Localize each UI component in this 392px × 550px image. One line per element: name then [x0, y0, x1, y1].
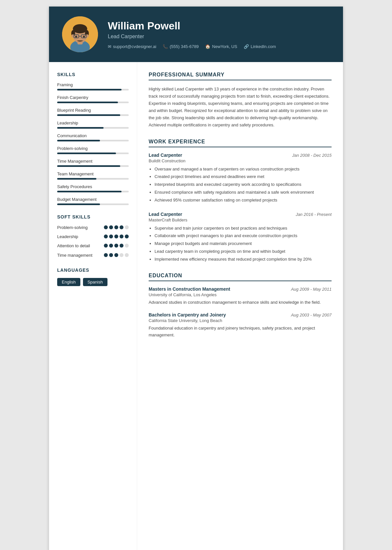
skill-bar: [57, 89, 129, 90]
job-header: Lead Carpenter Jan 2016 - Present: [149, 212, 332, 217]
job-company: MasterCraft Builders: [149, 218, 332, 222]
dot: [109, 244, 113, 248]
skill-fill: [57, 178, 96, 180]
skill-item: Leadership: [57, 121, 129, 129]
resume-container: William Powell Lead Carpenter ✉support@c…: [49, 7, 343, 550]
skill-item: Communication: [57, 133, 129, 141]
edu-degree: Bachelors in Carpentry and Joinery: [149, 312, 226, 317]
dot: [125, 225, 129, 229]
bullet: Achieved 95% customer satisfaction ratin…: [155, 197, 332, 204]
job-dates: Jan 2016 - Present: [296, 212, 332, 217]
language-tag: Spanish: [83, 278, 107, 286]
experience-title: WORK EXPERIENCE: [149, 139, 332, 147]
edu-desc: Advanced studies in construction managem…: [149, 299, 332, 306]
job-bullets: Oversaw and managed a team of carpenters…: [149, 166, 332, 204]
skill-fill: [57, 89, 122, 90]
dot: [104, 235, 108, 238]
job-bullets: Supervise and train junior carpenters on…: [149, 225, 332, 263]
education-list: Masters in Construction Management Aug 2…: [149, 286, 332, 339]
dot: [114, 253, 118, 257]
skill-fill: [57, 165, 120, 167]
dot: [114, 244, 118, 248]
bullet: Ensured compliance with safety regulatio…: [155, 189, 332, 196]
job-item: Lead Carpenter Jan 2016 - Present Master…: [149, 212, 332, 263]
contact-list: ✉support@cvdesigner.ai📞(555) 345-6789🏠Ne…: [108, 44, 330, 49]
skill-name: Time Management: [57, 159, 129, 164]
skill-fill: [57, 102, 118, 103]
language-tags: EnglishSpanish: [57, 278, 129, 286]
skill-bar: [57, 165, 129, 167]
soft-skills-list: Problem-solving Leadership Attention to …: [57, 225, 129, 258]
header: William Powell Lead Carpenter ✉support@c…: [49, 7, 343, 62]
dot: [109, 253, 113, 257]
dot: [109, 225, 113, 229]
soft-skill-name: Time management: [57, 252, 101, 258]
dot: [125, 253, 129, 257]
bullet: Oversaw and managed a team of carpenters…: [155, 166, 332, 173]
edu-degree: Masters in Construction Management: [149, 286, 230, 292]
dot: [125, 244, 129, 248]
main-content: PROFESSIONAL SUMMARY Highly skilled Lead…: [137, 62, 343, 550]
skill-fill: [57, 153, 116, 154]
skill-fill: [57, 127, 104, 129]
skill-name: Problem-solving: [57, 146, 129, 151]
edu-dates: Aug 2009 - May 2011: [291, 287, 332, 292]
job-dates: Jan 2008 - Dec 2015: [292, 153, 332, 158]
job-title: Lead Carpenter: [149, 212, 182, 217]
skill-fill: [57, 203, 100, 205]
person-name: William Powell: [108, 20, 330, 32]
soft-skill-name: Attention to detail: [57, 243, 101, 249]
skill-fill: [57, 191, 122, 192]
skill-item: Time Management: [57, 159, 129, 167]
dot: [120, 253, 123, 257]
soft-skill-name: Problem-solving: [57, 225, 101, 231]
dot: [104, 244, 108, 248]
soft-skill-item: Time management: [57, 252, 129, 258]
contact-email: ✉support@cvdesigner.ai: [108, 44, 156, 49]
skill-item: Budget Management: [57, 197, 129, 205]
job-item: Lead Carpenter Jan 2008 - Dec 2015 Build…: [149, 153, 332, 204]
linkedin-text: LinkedIn.com: [251, 44, 276, 49]
job-title: Lead Carpenter: [149, 153, 182, 158]
skill-bar: [57, 191, 129, 192]
edu-header: Masters in Construction Management Aug 2…: [149, 286, 332, 292]
dots: [104, 244, 129, 248]
dot: [125, 235, 129, 238]
sidebar: SKILLS Framing Finish Carpentry Blueprin…: [49, 62, 137, 550]
job-header: Lead Carpenter Jan 2008 - Dec 2015: [149, 153, 332, 158]
education-title: EDUCATION: [149, 273, 332, 281]
edu-item: Bachelors in Carpentry and Joinery Aug 2…: [149, 312, 332, 339]
skill-bar: [57, 153, 129, 154]
email-text: support@cvdesigner.ai: [113, 44, 156, 49]
bullet: Created project timelines and ensured de…: [155, 173, 332, 180]
dot: [120, 244, 123, 248]
skill-name: Safety Procedures: [57, 184, 129, 189]
skill-bar: [57, 178, 129, 180]
contact-location: 🏠NewYork, US: [205, 44, 237, 49]
edu-item: Masters in Construction Management Aug 2…: [149, 286, 332, 306]
summary-text: Highly skilled Lead Carpenter with 13 ye…: [149, 86, 332, 129]
bullet: Collaborate with project managers to pla…: [155, 233, 332, 239]
dots: [104, 235, 129, 238]
dots: [104, 225, 129, 229]
skill-bar: [57, 127, 129, 129]
summary-title: PROFESSIONAL SUMMARY: [149, 72, 332, 80]
location-icon: 🏠: [205, 44, 210, 49]
bullet: Implemented new efficiency measures that…: [155, 256, 332, 263]
phone-text: (555) 345-6789: [170, 44, 199, 49]
phone-icon: 📞: [163, 44, 168, 49]
header-info: William Powell Lead Carpenter ✉support@c…: [108, 20, 330, 49]
contact-linkedin: 🔗LinkedIn.com: [244, 44, 276, 49]
email-icon: ✉: [108, 44, 111, 49]
dot: [104, 225, 108, 229]
edu-dates: Aug 2003 - May 2007: [291, 313, 332, 317]
soft-skills-section-title: SOFT SKILLS: [57, 214, 129, 219]
dot: [114, 225, 118, 229]
contact-phone: 📞(555) 345-6789: [163, 44, 199, 49]
location-text: NewYork, US: [212, 44, 237, 49]
svg-point-13: [83, 36, 85, 38]
soft-skill-name: Leadership: [57, 234, 101, 240]
language-tag: English: [57, 278, 80, 286]
edu-school: University of California, Los Angeles: [149, 292, 332, 297]
person-title: Lead Carpenter: [108, 34, 330, 40]
